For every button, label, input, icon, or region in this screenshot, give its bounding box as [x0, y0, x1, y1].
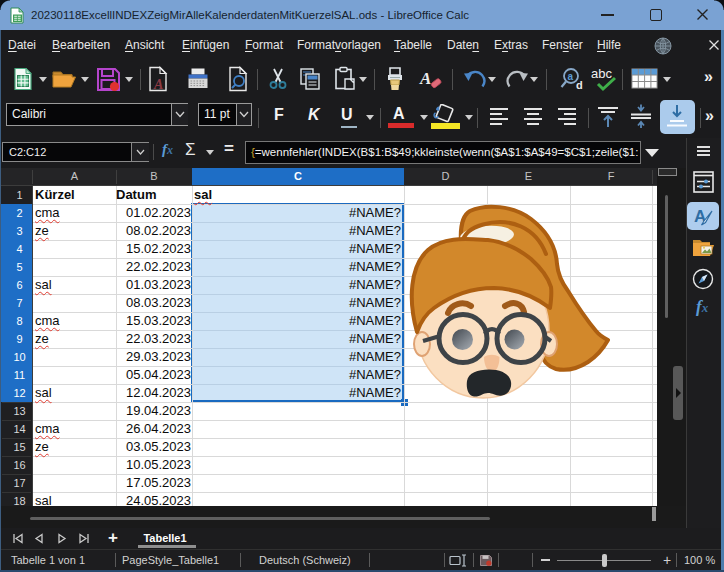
- svg-text:A: A: [419, 69, 431, 88]
- svg-text:d: d: [576, 79, 583, 91]
- svg-text:abc: abc: [591, 66, 612, 81]
- svg-text:A: A: [153, 77, 163, 92]
- svg-text:a: a: [568, 71, 574, 82]
